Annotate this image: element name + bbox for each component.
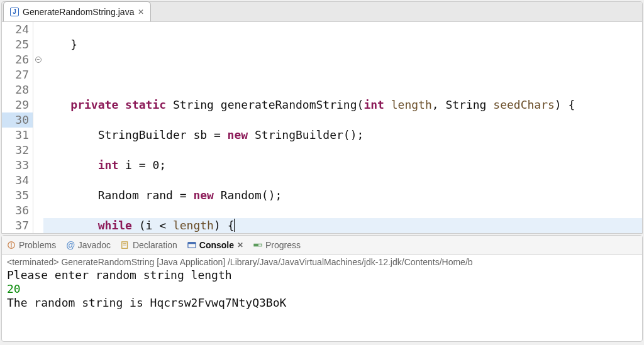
svg-point-2	[11, 246, 12, 247]
progress-icon	[253, 241, 262, 249]
keyword: int	[364, 98, 384, 111]
close-icon[interactable]: ✕	[138, 8, 144, 16]
java-file-icon: J	[10, 8, 19, 16]
text-cursor	[234, 219, 235, 232]
view-javadoc[interactable]: @ Javadoc	[66, 240, 111, 250]
code-text[interactable]: } private static String generateRandomSt…	[43, 22, 642, 233]
keyword: while	[98, 219, 132, 232]
code-line: , String	[432, 98, 494, 111]
view-progress[interactable]: Progress	[253, 240, 301, 250]
console-output[interactable]: Please enter random string length 20 The…	[2, 267, 642, 311]
param: length	[391, 98, 432, 111]
code-line: StringBuilder();	[248, 128, 364, 141]
code-area[interactable]: 24 25 26 27 28 29 30 31 32 33 34 35 36 3…	[2, 22, 642, 233]
view-label: Javadoc	[78, 240, 111, 250]
code-line: ) {	[214, 219, 235, 232]
code-line	[43, 219, 98, 232]
editor-panel: J GenerateRandomString.java ✕ 24 25 26 2…	[1, 1, 643, 234]
keyword: new	[193, 189, 214, 202]
line-number-ruler: 24 25 26 27 28 29 30 31 32 33 34 35 36 3…	[2, 22, 33, 233]
close-icon[interactable]: ✕	[237, 241, 243, 249]
bottom-panel: Problems @ Javadoc Declaration Console ✕…	[1, 235, 643, 342]
editor-tab-filename: GenerateRandomString.java	[23, 7, 134, 17]
keyword: private	[70, 98, 118, 111]
console-icon	[187, 241, 196, 249]
param: length	[173, 219, 214, 232]
view-label: Declaration	[133, 240, 177, 250]
views-tab-bar: Problems @ Javadoc Declaration Console ✕…	[2, 236, 642, 255]
javadoc-icon: @	[66, 240, 75, 250]
keyword: new	[228, 128, 248, 141]
keyword: static	[125, 98, 166, 111]
console-line: Please enter random string length	[7, 268, 232, 282]
code-line: StringBuilder sb =	[43, 128, 228, 141]
code-line: (i <	[132, 219, 173, 232]
code-line: }	[43, 38, 77, 51]
folding-ruler: −	[33, 22, 43, 233]
declaration-icon	[121, 241, 130, 249]
view-console[interactable]: Console ✕	[187, 240, 243, 250]
code-line	[43, 158, 98, 172]
code-line: Random rand =	[43, 189, 193, 202]
console-line: The random string is Hqcrsw2Fvwq7NtyQ3Bo…	[7, 296, 286, 309]
editor-tab[interactable]: J GenerateRandomString.java ✕	[3, 1, 151, 21]
code-line: String generateRandomString(	[166, 98, 364, 111]
fold-toggle-icon[interactable]: −	[35, 57, 42, 63]
view-declaration[interactable]: Declaration	[121, 240, 177, 250]
editor-tab-bar: J GenerateRandomString.java ✕	[2, 2, 642, 22]
view-problems[interactable]: Problems	[7, 240, 56, 250]
console-user-input: 20	[7, 282, 21, 295]
code-line: Random();	[214, 189, 282, 202]
problems-icon	[7, 241, 16, 249]
svg-rect-9	[254, 244, 258, 246]
keyword: int	[98, 158, 119, 172]
view-label: Problems	[19, 240, 56, 250]
svg-rect-7	[188, 242, 196, 244]
view-label: Progress	[265, 240, 301, 250]
param: seedChars	[493, 98, 555, 111]
code-line: i = 0;	[118, 158, 166, 172]
view-label: Console	[199, 240, 234, 250]
console-status: <terminated> GenerateRandomString [Java …	[2, 255, 642, 267]
code-line: ) {	[555, 98, 575, 111]
